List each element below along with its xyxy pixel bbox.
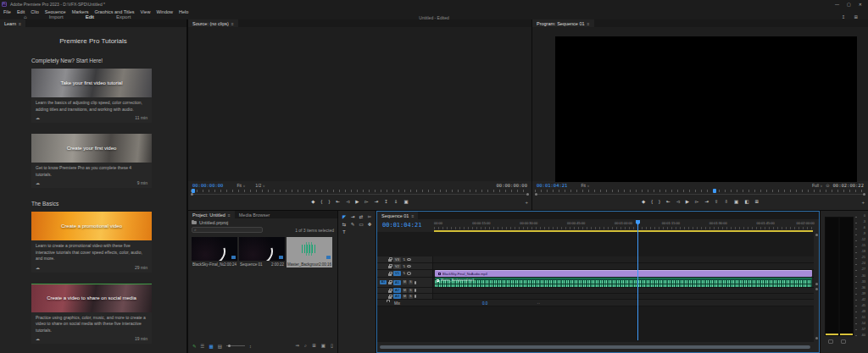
step-forward-button[interactable]: ▻ xyxy=(695,200,698,205)
program-settings-icon[interactable]: ⊙ xyxy=(826,183,829,188)
program-zoom-select[interactable]: Fit ∨ xyxy=(581,183,589,188)
source-zoom-select[interactable]: Fit ∨ xyxy=(236,183,245,188)
export-frame-button[interactable]: ▣ xyxy=(734,200,738,205)
step-back-button[interactable]: ◅ xyxy=(676,200,679,205)
track-v3-lane[interactable] xyxy=(433,256,814,263)
track-v2-badge[interactable]: V2 xyxy=(393,264,401,269)
icon-view-button[interactable]: ▦ xyxy=(209,344,214,349)
scrollbar-right-handle[interactable] xyxy=(863,193,865,196)
step-forward-button[interactable]: ▻ xyxy=(364,200,368,205)
panel-menu-icon[interactable]: ≡ xyxy=(587,21,590,26)
track-v3-badge[interactable]: V3 xyxy=(393,257,401,262)
type-tool[interactable]: T xyxy=(341,229,348,235)
maximize-button[interactable]: ▢ xyxy=(847,2,851,7)
timeline-playhead-line[interactable] xyxy=(637,221,638,340)
tutorial-card-first-video-tutorial[interactable]: Take your first video tutorial Learn the… xyxy=(31,69,152,123)
track-lock-icon[interactable] xyxy=(388,282,392,284)
track-lock-icon[interactable] xyxy=(388,290,392,293)
project-item-master-background-audio[interactable]: Master_Backgroun.. 2:00:16 xyxy=(287,237,332,268)
slip-tool[interactable]: ⇆ xyxy=(341,222,348,228)
track-lock-icon[interactable] xyxy=(388,273,392,276)
track-v2-lane[interactable] xyxy=(433,263,814,270)
go-to-out-button[interactable]: ⇥ xyxy=(704,200,709,205)
track-a3-lane[interactable] xyxy=(433,294,814,300)
mix-fit-icon[interactable]: ↔ xyxy=(537,301,541,305)
extract-button[interactable]: ⇩ xyxy=(724,200,728,205)
export-frame-button[interactable]: ▣ xyxy=(403,200,408,205)
voiceover-record-icon[interactable] xyxy=(415,289,416,292)
track-output-icon[interactable] xyxy=(407,265,411,268)
scrollbar-left-handle[interactable] xyxy=(191,193,193,196)
quick-export-icon[interactable]: ↥ xyxy=(842,14,846,19)
delete-button[interactable]: ▯ xyxy=(331,343,333,349)
project-writable-icon[interactable]: ✎ xyxy=(192,344,197,349)
audio-clip-master-background[interactable]: Master_Background.mp3 xyxy=(435,278,812,287)
step-back-button[interactable]: ◅ xyxy=(346,200,349,205)
new-bin-button[interactable]: ⊞ xyxy=(312,343,316,349)
scroll-dot[interactable] xyxy=(815,283,818,285)
scrollbar-right-handle[interactable] xyxy=(526,193,529,196)
panel-menu-icon[interactable]: ≡ xyxy=(19,21,21,26)
scroll-dot[interactable] xyxy=(815,288,818,290)
tab-learn[interactable]: Learn ≡ xyxy=(0,19,25,27)
meter-solo-left-button[interactable] xyxy=(828,339,833,344)
find-button[interactable]: ⌕ xyxy=(304,343,307,349)
tab-edit[interactable]: Edit xyxy=(86,14,94,19)
meter-solo-right-button[interactable] xyxy=(841,339,846,344)
mark-out-button[interactable]: } xyxy=(328,200,330,205)
go-to-in-button[interactable]: ⇤ xyxy=(666,200,670,205)
button-editor-button[interactable]: + xyxy=(525,200,528,205)
track-a3-badge[interactable]: A3 xyxy=(393,294,401,299)
track-output-icon[interactable] xyxy=(407,272,411,275)
add-marker-button[interactable]: ◆ xyxy=(311,200,314,205)
tab-project[interactable]: Project: Untitled ≡ xyxy=(188,211,235,218)
voiceover-record-icon[interactable] xyxy=(415,281,416,284)
play-button[interactable]: ▶ xyxy=(355,200,359,205)
video-clip-blacksky[interactable]: BlackSky-Final_NoAudio.mp4 xyxy=(435,270,812,277)
track-lock-icon[interactable] xyxy=(388,266,392,268)
pen-tool[interactable]: ✎ xyxy=(349,222,356,228)
multicam-button[interactable]: ⊞ xyxy=(754,200,759,205)
overwrite-button[interactable]: ⇓ xyxy=(394,200,398,205)
solo-button[interactable]: S xyxy=(409,295,413,299)
solo-button[interactable]: S xyxy=(409,289,413,293)
track-select-forward-tool[interactable]: ⇥ xyxy=(349,214,356,220)
track-lock-icon[interactable] xyxy=(388,296,392,299)
cloud-download-icon[interactable]: ☁ xyxy=(36,336,40,341)
project-search-input[interactable] xyxy=(192,227,263,233)
learn-scroll-area[interactable]: Premiere Pro Tutorials Completely New? S… xyxy=(0,27,186,353)
add-marker-button[interactable]: ◆ xyxy=(642,200,645,205)
source-patch-a1[interactable]: A1 xyxy=(380,280,387,284)
timeline-horizontal-scrollbar[interactable] xyxy=(380,345,810,349)
project-file-name[interactable]: Untitled.prproj xyxy=(199,220,228,225)
mark-in-button[interactable]: { xyxy=(321,200,323,205)
sync-lock-icon[interactable]: ⇅ xyxy=(403,258,405,262)
sync-lock-icon[interactable]: ⇅ xyxy=(403,272,405,275)
mute-button[interactable]: M xyxy=(403,295,407,299)
razor-tool[interactable]: ✂ xyxy=(366,214,373,220)
track-v1-lane[interactable]: BlackSky-Final_NoAudio.mp4 xyxy=(433,270,814,278)
mark-in-button[interactable]: { xyxy=(651,200,653,205)
track-lock-icon[interactable] xyxy=(388,259,392,262)
insert-button[interactable]: ↧ xyxy=(384,200,388,205)
track-a1-lane[interactable]: Master_Background.mp3 xyxy=(433,278,814,288)
go-to-out-button[interactable]: ⇥ xyxy=(375,200,379,205)
mark-out-button[interactable]: } xyxy=(659,200,660,205)
track-a1-badge[interactable]: A1 xyxy=(393,280,401,285)
hand-tool[interactable]: ✥ xyxy=(366,222,373,228)
selection-tool[interactable]: ◤ xyxy=(341,214,348,220)
track-v1-badge[interactable]: V1 xyxy=(393,271,401,276)
tab-program[interactable]: Program: Sequence 01 ≡ xyxy=(532,19,594,27)
comparison-view-button[interactable]: ◧ xyxy=(744,200,748,205)
minimize-button[interactable]: — xyxy=(835,2,839,7)
solo-button[interactable]: S xyxy=(409,280,413,284)
rectangle-tool[interactable]: ▭ xyxy=(358,222,364,228)
play-button[interactable]: ▶ xyxy=(686,200,689,205)
mute-button[interactable]: M xyxy=(403,289,407,293)
tab-media-browser[interactable]: Media Browser xyxy=(235,211,275,218)
ripple-edit-tool[interactable]: ⇄ xyxy=(358,214,364,220)
tutorial-card-create-first-video[interactable]: Create your first video Get to know Prem… xyxy=(31,134,152,188)
cloud-download-icon[interactable]: ☁ xyxy=(36,115,40,120)
track-output-icon[interactable] xyxy=(407,258,411,262)
program-quality-select[interactable]: Full ∨ xyxy=(812,183,822,188)
